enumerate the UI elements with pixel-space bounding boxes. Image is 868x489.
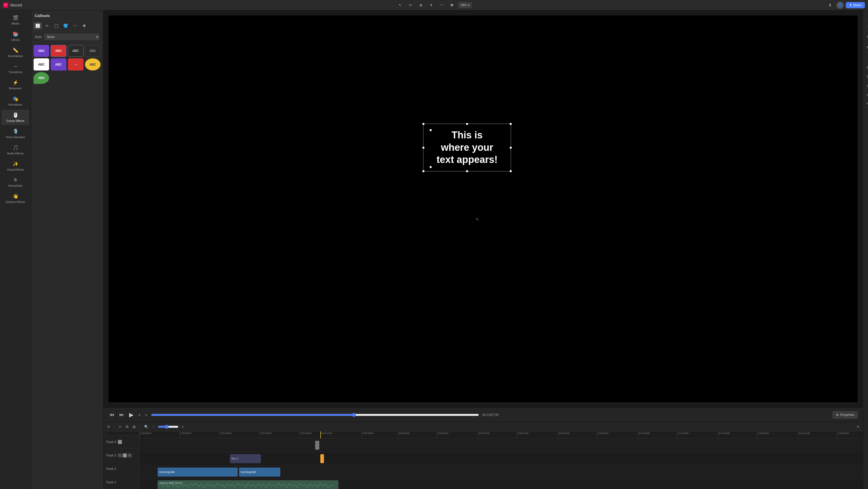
handle-bot-left[interactable]	[423, 170, 425, 172]
sidebar-item-animations[interactable]: 🎭 Animations	[2, 94, 29, 109]
more-tool-btn[interactable]: ✱	[448, 2, 456, 9]
zoom-plus-button[interactable]: +	[181, 424, 185, 429]
track3-clip-1[interactable]: Rec 2	[230, 454, 261, 463]
vspacing-row: V Spacing: 0	[863, 91, 868, 99]
copy-button[interactable]: ⧉	[125, 424, 129, 429]
zoom-slider[interactable]	[158, 425, 179, 429]
sidebar-item-audio-effects[interactable]: 🎵 Audio Effects	[2, 142, 29, 158]
properties-button[interactable]: ⚙ Properties	[833, 411, 858, 419]
style-select[interactable]: Basic Sketch Fancy	[44, 34, 99, 40]
playback-slider[interactable]	[151, 413, 479, 417]
sidebar-item-cursor-effects[interactable]: 🖱️ Cursor Effects	[2, 110, 29, 125]
text-callout-box[interactable]: This is where your text appears!	[423, 124, 511, 171]
callout-purple-bar[interactable]: ABC	[34, 45, 49, 57]
callout-yellow-cloud[interactable]: ABC	[85, 58, 100, 70]
sidebar-label-library: Library	[11, 38, 20, 41]
sidebar-item-library[interactable]: 📚 Library	[2, 29, 29, 44]
sidebar-item-voice-narration[interactable]: 🎙️ Voice Narration	[2, 126, 29, 141]
tool-fill[interactable]: 🪣	[61, 22, 70, 29]
ruler-tick-8: 0:06:40;00	[437, 431, 448, 438]
sidebar-item-transitions[interactable]: ↔ Transitions	[2, 61, 29, 76]
handle-top-mid[interactable]	[466, 123, 468, 125]
timeline-tracks: 0:04:21:27 0:00:00;00 0:00:50;00 0:01:40…	[140, 431, 863, 489]
tool-circle[interactable]: ◯	[52, 22, 60, 29]
cut-button[interactable]: ✂	[118, 424, 123, 429]
callout-white-fill[interactable]: ABC	[34, 58, 49, 70]
tool-select[interactable]: ⬜	[34, 22, 42, 29]
handle-top-left[interactable]	[423, 123, 425, 125]
track2-clip-1[interactable]: morningcafe	[158, 467, 238, 477]
stamp-tool-btn[interactable]: ⊕	[417, 2, 425, 9]
preview-canvas: ↖ This is where your text appears!	[108, 15, 858, 402]
theme-row: Theme: Select Theme...	[863, 32, 868, 42]
paste-button[interactable]: ⊞	[131, 424, 137, 429]
callout-green-cloud[interactable]: ABC	[34, 72, 49, 84]
ruler-tick-12: 0:10:00;00	[597, 431, 609, 438]
track3-minus[interactable]: −	[118, 453, 122, 457]
timeline-body: ⌖ Track 4 M Track 3 − ■ +	[103, 431, 863, 489]
track3-clip-2[interactable]	[320, 454, 324, 463]
track4-clip-1[interactable]	[315, 441, 319, 450]
divider-2	[140, 424, 140, 429]
pen-tool-btn[interactable]: ✏	[407, 2, 415, 9]
tool-more[interactable]: ✱	[80, 22, 88, 29]
download-btn[interactable]: ⬇	[826, 2, 834, 9]
sidebar-item-visual-effects[interactable]: ✨ Visual Effects	[2, 159, 29, 174]
callout-outline[interactable]: ABC	[68, 45, 84, 57]
path-tool-btn[interactable]: 〰	[438, 2, 446, 9]
ruler: 0:04:21:27 0:00:00;00 0:00:50;00 0:01:40…	[140, 431, 863, 439]
handle-mid-right[interactable]	[510, 146, 512, 149]
callout-red-filled[interactable]: ABC	[51, 45, 66, 57]
cursor-effects-icon: 🖱️	[13, 112, 18, 118]
track3-buttons: − ■ +	[118, 453, 132, 457]
tab-layout[interactable]: ⊞	[863, 10, 868, 21]
tool-path[interactable]: 〰	[71, 22, 79, 29]
add-track-button[interactable]: +	[856, 424, 860, 430]
cursor-tool-btn[interactable]: ↖	[396, 2, 405, 9]
media-icon: 🎬	[13, 15, 18, 21]
sidebar-item-media[interactable]: 🎬 Media	[2, 12, 29, 28]
ruler-tick-17: 0:14:10;00	[798, 431, 810, 438]
handle-bot-right[interactable]	[510, 170, 512, 172]
sidebar-label-visual-effects: Visual Effects	[7, 168, 24, 171]
share-label: Share	[853, 3, 861, 7]
share-button[interactable]: ⬆ Share	[846, 2, 865, 8]
zoom-control[interactable]: 58% ▾	[458, 2, 472, 8]
next-frame-button[interactable]: ›	[145, 411, 148, 419]
sidebar-item-behaviors[interactable]: ⚡ Behaviors	[2, 77, 29, 92]
undo-button[interactable]: ↺	[106, 424, 111, 429]
sidebar-item-gesture-effects[interactable]: 👋 Gesture Effects	[2, 191, 29, 206]
handle-top-right[interactable]	[510, 123, 512, 125]
zoom-in-button[interactable]: 🔍	[143, 424, 150, 429]
track4-mute[interactable]: M	[118, 440, 122, 444]
tool-pen[interactable]: ✏	[43, 22, 51, 29]
prev-frame-button[interactable]: ‹	[138, 411, 141, 419]
step-back-button[interactable]: ⏭	[118, 411, 125, 419]
track3-mute[interactable]: ■	[123, 453, 127, 457]
magic-tool-btn[interactable]: ✦	[427, 2, 436, 9]
track1-clip-1[interactable]: How to Add Text 2	[158, 480, 338, 489]
callout-outline-2[interactable]: ABC	[85, 45, 100, 57]
playhead[interactable]: 0:04:21:27	[320, 431, 321, 438]
callout-red-arrow[interactable]: →	[68, 58, 84, 70]
sidebar-label-voice-narration: Voice Narration	[6, 135, 25, 139]
callout-purple-speech[interactable]: ABC	[51, 58, 66, 70]
handle-bot-mid[interactable]	[466, 170, 468, 172]
play-button[interactable]: ▶	[128, 411, 134, 419]
rewind-button[interactable]: ⏮	[108, 411, 115, 419]
track1-name: Track 1	[106, 481, 116, 484]
panel-title: Callouts	[31, 10, 103, 20]
back-button[interactable]: ←	[867, 24, 868, 28]
sidebar-item-interactivity[interactable]: 🖱 Interactivity	[2, 175, 29, 190]
main-layout: 🎬 Media 📚 Library ✏️ Annotations ↔ Trans…	[0, 10, 868, 489]
ruler-tick-1: 0:00:50;00	[180, 431, 191, 438]
zoom-minus-button[interactable]: −	[152, 424, 156, 429]
handle-mid-left[interactable]	[423, 146, 425, 149]
track2-clip-2[interactable]: morningcafe	[239, 467, 280, 477]
track2-row: morningcafe morningcafe	[140, 465, 863, 479]
sidebar-item-annotations[interactable]: ✏️ Annotations	[2, 45, 29, 60]
right-controls: ⬇ 👤 ⬆ Share	[826, 2, 865, 9]
track3-add[interactable]: +	[128, 453, 132, 457]
track3-clip-label: Rec 2	[231, 457, 238, 460]
behaviors-icon: ⚡	[13, 80, 18, 86]
